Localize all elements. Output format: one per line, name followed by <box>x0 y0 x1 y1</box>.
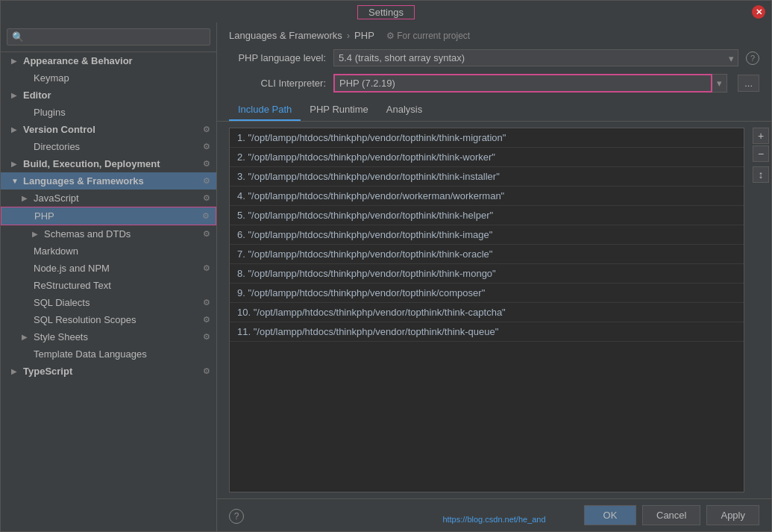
path-list-item[interactable]: 3. "/opt/lampp/htdocs/thinkphp/vendor/to… <box>230 167 744 187</box>
search-bar <box>1 22 216 52</box>
sidebar-item-label: Editor <box>23 90 210 101</box>
sidebar-item-label: JavaScript <box>34 193 200 204</box>
arrow-icon: ▶ <box>22 194 31 202</box>
sidebar-item-build[interactable]: ▶Build, Execution, Deployment⚙ <box>1 155 216 172</box>
sidebar-item-restructured[interactable]: ReStructured Text <box>1 277 216 294</box>
settings-icon: ⚙ <box>203 263 210 273</box>
sidebar-item-javascript[interactable]: ▶JavaScript⚙ <box>1 190 216 207</box>
sidebar-item-label: Markdown <box>34 245 210 257</box>
path-list-item[interactable]: 7. "/opt/lampp/htdocs/thinkphp/vendor/to… <box>230 245 744 264</box>
sidebar-item-label: ReStructured Text <box>34 280 210 291</box>
path-list-item[interactable]: 6. "/opt/lampp/htdocs/thinkphp/vendor/to… <box>230 225 744 245</box>
path-list-item[interactable]: 4. "/opt/lampp/htdocs/thinkphp/vendor/wo… <box>230 187 744 206</box>
arrow-icon: ▶ <box>11 57 20 65</box>
sidebar-item-label: Schemas and DTDs <box>44 228 200 240</box>
sidebar-item-stylesheets[interactable]: ▶Style Sheets⚙ <box>1 328 216 345</box>
sidebar-item-php[interactable]: PHP⚙ <box>1 207 216 225</box>
sidebar-item-keymap[interactable]: Keymap <box>1 69 216 87</box>
path-list-item[interactable]: 1. "/opt/lampp/htdocs/thinkphp/vendor/to… <box>230 128 744 148</box>
sidebar-item-typescript[interactable]: ▶TypeScript⚙ <box>1 363 216 380</box>
sidebar-item-nodejs[interactable]: Node.js and NPM⚙ <box>1 260 216 277</box>
sidebar-item-label: Style Sheets <box>34 331 200 342</box>
settings-icon: ⚙ <box>203 159 210 169</box>
sidebar-item-plugins[interactable]: Plugins <box>1 104 216 121</box>
tabs-bar: Include Path PHP Runtime Analysis <box>217 99 771 122</box>
sidebar-item-languages[interactable]: ▼Languages & Frameworks⚙ <box>1 172 216 190</box>
sidebar-item-label: Appearance & Behavior <box>23 55 210 66</box>
sidebar-item-label: Template Data Languages <box>34 348 210 360</box>
help-button[interactable]: ? <box>229 509 244 524</box>
path-list-item[interactable]: 8. "/opt/lampp/htdocs/thinkphp/vendor/to… <box>230 264 744 284</box>
sidebar-item-appearance[interactable]: ▶Appearance & Behavior <box>1 52 216 69</box>
tab-php-runtime[interactable]: PHP Runtime <box>301 99 377 121</box>
sidebar-item-schemas[interactable]: ▶Schemas and DTDs⚙ <box>1 225 216 242</box>
cli-dots-button[interactable]: ... <box>738 75 759 92</box>
path-list: 1. "/opt/lampp/htdocs/thinkphp/vendor/to… <box>229 128 744 492</box>
settings-icon: ⚙ <box>203 176 210 186</box>
sidebar-item-label: Directories <box>34 141 200 152</box>
sidebar-item-label: SQL Resolution Scopes <box>34 314 200 325</box>
path-list-item[interactable]: 9. "/opt/lampp/htdocs/thinkphp/vendor/to… <box>230 284 744 303</box>
tab-include-path[interactable]: Include Path <box>229 99 301 121</box>
language-level-row: PHP language level: 5.4 (traits, short a… <box>217 46 771 70</box>
path-sidebar-buttons: + − ↕ <box>750 122 771 498</box>
path-list-item[interactable]: 2. "/opt/lampp/htdocs/thinkphp/vendor/to… <box>230 148 744 167</box>
sidebar: ▶Appearance & BehaviorKeymap▶EditorPlugi… <box>1 22 217 531</box>
settings-icon: ⚙ <box>203 332 210 342</box>
tab-analysis[interactable]: Analysis <box>377 99 431 121</box>
window-title: Settings <box>357 5 415 19</box>
arrow-icon: ▶ <box>11 125 20 134</box>
sidebar-item-editor[interactable]: ▶Editor <box>1 87 216 104</box>
title-bar: Settings ✕ <box>1 1 771 22</box>
settings-icon: ⚙ <box>203 315 210 325</box>
cli-dropdown-arrow[interactable]: ▾ <box>712 74 727 93</box>
arrow-icon: ▶ <box>11 91 20 99</box>
language-level-help-icon[interactable]: ? <box>746 51 759 65</box>
search-input[interactable] <box>7 28 210 46</box>
language-level-select[interactable]: 5.4 (traits, short array syntax) <box>333 49 738 66</box>
sidebar-item-version-control[interactable]: ▶Version Control⚙ <box>1 121 216 138</box>
sidebar-item-markdown[interactable]: Markdown <box>1 242 216 260</box>
settings-icon: ⚙ <box>203 125 210 134</box>
sidebar-item-sql-resolution[interactable]: SQL Resolution Scopes⚙ <box>1 311 216 328</box>
breadcrumb-part2: PHP <box>354 30 374 41</box>
settings-icon: ⚙ <box>203 298 210 307</box>
project-note: ⚙ For current project <box>386 31 470 41</box>
settings-icon: ⚙ <box>203 366 210 376</box>
language-level-label: PHP language level: <box>229 52 326 63</box>
apply-button[interactable]: Apply <box>706 505 759 525</box>
sidebar-item-label: Languages & Frameworks <box>23 175 200 187</box>
remove-path-button[interactable]: − <box>753 145 769 162</box>
settings-dialog: Settings ✕ ▶Appearance & BehaviorKeymap▶… <box>0 0 772 532</box>
language-level-select-wrapper: 5.4 (traits, short array syntax) <box>333 49 738 66</box>
cli-interpreter-input[interactable] <box>333 74 712 93</box>
sidebar-item-directories[interactable]: Directories⚙ <box>1 138 216 155</box>
breadcrumb-part1: Languages & Frameworks <box>229 30 342 41</box>
path-list-item[interactable]: 5. "/opt/lampp/htdocs/thinkphp/vendor/to… <box>230 206 744 225</box>
cancel-button[interactable]: Cancel <box>642 505 700 525</box>
arrow-icon: ▶ <box>22 333 31 341</box>
close-button[interactable]: ✕ <box>752 5 765 19</box>
main-content: ▶Appearance & BehaviorKeymap▶EditorPlugi… <box>1 22 771 531</box>
add-path-button[interactable]: + <box>753 128 769 144</box>
sort-path-button[interactable]: ↕ <box>753 166 769 183</box>
sidebar-item-label: Plugins <box>34 107 210 118</box>
ok-button[interactable]: OK <box>584 505 636 525</box>
sidebar-item-label: Keymap <box>34 72 210 84</box>
sidebar-item-sql-dialects[interactable]: SQL Dialects⚙ <box>1 294 216 311</box>
sidebar-item-label: Version Control <box>23 124 200 135</box>
path-list-item[interactable]: 11. "/opt/lampp/htdocs/thinkphp/vendor/t… <box>230 322 744 342</box>
arrow-icon: ▶ <box>11 160 20 168</box>
sidebar-item-label: Build, Execution, Deployment <box>23 158 200 169</box>
cli-interpreter-label: CLI Interpreter: <box>229 78 326 89</box>
footer: ? https://blog.csdn.net/he_and OK Cancel… <box>217 498 771 531</box>
cli-input-wrapper: ▾ <box>333 74 727 93</box>
path-area: 1. "/opt/lampp/htdocs/thinkphp/vendor/to… <box>217 122 771 498</box>
arrow-icon: ▶ <box>32 230 41 238</box>
sidebar-item-label: PHP <box>34 210 199 222</box>
nav-items: ▶Appearance & BehaviorKeymap▶EditorPlugi… <box>1 52 216 380</box>
path-list-item[interactable]: 10. "/opt/lampp/htdocs/thinkphp/vendor/t… <box>230 303 744 322</box>
arrow-icon: ▼ <box>11 177 20 185</box>
breadcrumb: Languages & Frameworks › PHP ⚙ For curre… <box>217 22 771 46</box>
sidebar-item-template[interactable]: Template Data Languages <box>1 345 216 363</box>
